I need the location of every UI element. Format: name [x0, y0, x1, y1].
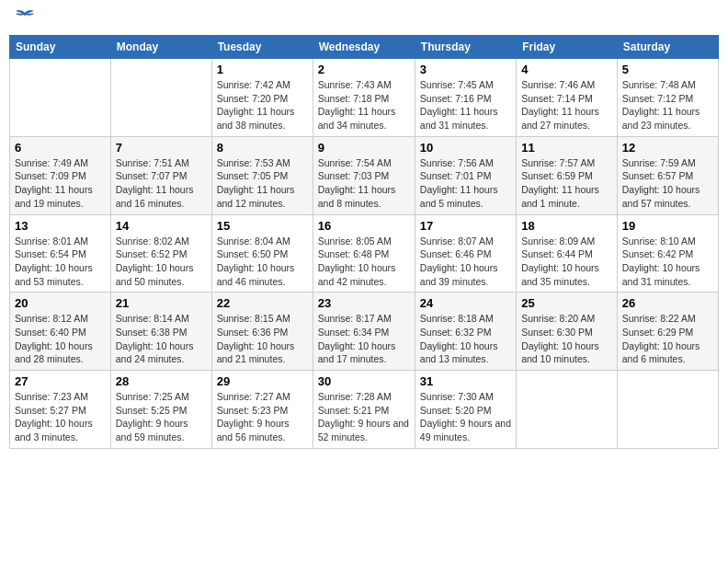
day-info: Sunrise: 7:27 AM Sunset: 5:23 PM Dayligh… [217, 390, 308, 444]
calendar-cell: 18Sunrise: 8:09 AM Sunset: 6:44 PM Dayli… [517, 214, 618, 293]
column-header-friday: Friday [517, 36, 618, 59]
day-number: 27 [15, 374, 106, 388]
page-header [9, 9, 719, 28]
day-number: 12 [622, 141, 713, 155]
calendar-week-5: 27Sunrise: 7:23 AM Sunset: 5:27 PM Dayli… [10, 371, 719, 449]
day-info: Sunrise: 7:53 AM Sunset: 7:05 PM Dayligh… [217, 156, 308, 211]
calendar-cell: 25Sunrise: 8:20 AM Sunset: 6:30 PM Dayli… [517, 293, 618, 371]
calendar-cell: 14Sunrise: 8:02 AM Sunset: 6:52 PM Dayli… [110, 214, 211, 293]
calendar-cell: 28Sunrise: 7:25 AM Sunset: 5:25 PM Dayli… [110, 371, 211, 449]
calendar-cell: 29Sunrise: 7:27 AM Sunset: 5:23 PM Dayli… [211, 371, 313, 449]
day-number: 17 [420, 219, 511, 233]
calendar-cell: 6Sunrise: 7:49 AM Sunset: 7:09 PM Daylig… [10, 136, 111, 214]
column-header-saturday: Saturday [617, 36, 718, 59]
day-number: 4 [521, 63, 612, 76]
calendar-cell: 1Sunrise: 7:42 AM Sunset: 7:20 PM Daylig… [211, 59, 313, 137]
day-number: 8 [217, 141, 308, 155]
logo-bird-icon [15, 9, 35, 28]
column-header-wednesday: Wednesday [313, 36, 415, 59]
calendar-cell: 7Sunrise: 7:51 AM Sunset: 7:07 PM Daylig… [110, 136, 211, 214]
day-info: Sunrise: 7:48 AM Sunset: 7:12 PM Dayligh… [622, 78, 713, 132]
column-header-monday: Monday [110, 36, 211, 59]
day-number: 3 [420, 63, 511, 76]
day-info: Sunrise: 8:10 AM Sunset: 6:42 PM Dayligh… [622, 235, 713, 289]
day-info: Sunrise: 8:07 AM Sunset: 6:46 PM Dayligh… [420, 235, 511, 289]
day-info: Sunrise: 7:42 AM Sunset: 7:20 PM Dayligh… [217, 78, 308, 132]
day-info: Sunrise: 8:12 AM Sunset: 6:40 PM Dayligh… [15, 312, 106, 366]
calendar-cell [617, 371, 718, 449]
day-info: Sunrise: 7:30 AM Sunset: 5:20 PM Dayligh… [420, 390, 511, 444]
calendar-cell [110, 59, 211, 137]
day-number: 14 [116, 219, 207, 233]
day-number: 16 [318, 219, 410, 233]
calendar-table: SundayMondayTuesdayWednesdayThursdayFrid… [9, 35, 719, 449]
calendar-cell: 23Sunrise: 8:17 AM Sunset: 6:34 PM Dayli… [313, 293, 415, 371]
day-info: Sunrise: 7:59 AM Sunset: 6:57 PM Dayligh… [622, 156, 713, 211]
day-info: Sunrise: 7:51 AM Sunset: 7:07 PM Dayligh… [116, 156, 207, 211]
calendar-cell: 27Sunrise: 7:23 AM Sunset: 5:27 PM Dayli… [10, 371, 111, 449]
calendar-cell: 13Sunrise: 8:01 AM Sunset: 6:54 PM Dayli… [10, 214, 111, 293]
day-number: 30 [318, 374, 410, 388]
calendar-cell: 24Sunrise: 8:18 AM Sunset: 6:32 PM Dayli… [415, 293, 516, 371]
day-number: 18 [521, 219, 612, 233]
calendar-cell: 30Sunrise: 7:28 AM Sunset: 5:21 PM Dayli… [313, 371, 415, 449]
day-info: Sunrise: 8:22 AM Sunset: 6:29 PM Dayligh… [622, 312, 713, 366]
day-info: Sunrise: 7:28 AM Sunset: 5:21 PM Dayligh… [318, 390, 410, 444]
day-number: 22 [217, 296, 308, 310]
calendar-cell [517, 371, 618, 449]
day-info: Sunrise: 7:23 AM Sunset: 5:27 PM Dayligh… [15, 390, 106, 444]
day-info: Sunrise: 8:17 AM Sunset: 6:34 PM Dayligh… [318, 312, 410, 366]
day-number: 19 [622, 219, 713, 233]
calendar-cell: 10Sunrise: 7:56 AM Sunset: 7:01 PM Dayli… [415, 136, 516, 214]
calendar-week-3: 13Sunrise: 8:01 AM Sunset: 6:54 PM Dayli… [10, 214, 719, 293]
day-info: Sunrise: 8:18 AM Sunset: 6:32 PM Dayligh… [420, 312, 511, 366]
calendar-cell: 16Sunrise: 8:05 AM Sunset: 6:48 PM Dayli… [313, 214, 415, 293]
day-number: 9 [318, 141, 410, 155]
calendar-week-2: 6Sunrise: 7:49 AM Sunset: 7:09 PM Daylig… [10, 136, 719, 214]
calendar-cell: 19Sunrise: 8:10 AM Sunset: 6:42 PM Dayli… [617, 214, 718, 293]
day-info: Sunrise: 8:20 AM Sunset: 6:30 PM Dayligh… [521, 312, 612, 366]
calendar-cell: 11Sunrise: 7:57 AM Sunset: 6:59 PM Dayli… [517, 136, 618, 214]
day-info: Sunrise: 7:54 AM Sunset: 7:03 PM Dayligh… [318, 156, 410, 211]
column-header-thursday: Thursday [415, 36, 516, 59]
column-header-sunday: Sunday [10, 36, 111, 59]
day-number: 7 [116, 141, 207, 155]
calendar-cell: 8Sunrise: 7:53 AM Sunset: 7:05 PM Daylig… [211, 136, 313, 214]
calendar-cell: 5Sunrise: 7:48 AM Sunset: 7:12 PM Daylig… [617, 59, 718, 137]
day-number: 31 [420, 374, 511, 388]
calendar-week-4: 20Sunrise: 8:12 AM Sunset: 6:40 PM Dayli… [10, 293, 719, 371]
calendar-header-row: SundayMondayTuesdayWednesdayThursdayFrid… [10, 36, 719, 59]
day-info: Sunrise: 7:49 AM Sunset: 7:09 PM Dayligh… [15, 156, 106, 211]
day-info: Sunrise: 7:57 AM Sunset: 6:59 PM Dayligh… [521, 156, 612, 211]
day-number: 20 [15, 296, 106, 310]
day-number: 6 [15, 141, 106, 155]
calendar-cell: 2Sunrise: 7:43 AM Sunset: 7:18 PM Daylig… [313, 59, 415, 137]
day-info: Sunrise: 7:25 AM Sunset: 5:25 PM Dayligh… [116, 390, 207, 444]
day-number: 29 [217, 374, 308, 388]
day-info: Sunrise: 7:56 AM Sunset: 7:01 PM Dayligh… [420, 156, 511, 211]
day-info: Sunrise: 8:02 AM Sunset: 6:52 PM Dayligh… [116, 235, 207, 289]
calendar-cell: 4Sunrise: 7:46 AM Sunset: 7:14 PM Daylig… [517, 59, 618, 137]
day-number: 11 [521, 141, 612, 155]
calendar-cell: 26Sunrise: 8:22 AM Sunset: 6:29 PM Dayli… [617, 293, 718, 371]
day-number: 5 [622, 63, 713, 76]
day-info: Sunrise: 8:14 AM Sunset: 6:38 PM Dayligh… [116, 312, 207, 366]
calendar-cell: 9Sunrise: 7:54 AM Sunset: 7:03 PM Daylig… [313, 136, 415, 214]
calendar-cell: 12Sunrise: 7:59 AM Sunset: 6:57 PM Dayli… [617, 136, 718, 214]
day-info: Sunrise: 8:01 AM Sunset: 6:54 PM Dayligh… [15, 235, 106, 289]
day-number: 2 [318, 63, 410, 76]
day-number: 26 [622, 296, 713, 310]
day-number: 13 [15, 219, 106, 233]
day-number: 1 [217, 63, 308, 76]
day-number: 21 [116, 296, 207, 310]
logo [13, 9, 37, 28]
calendar-cell: 15Sunrise: 8:04 AM Sunset: 6:50 PM Dayli… [211, 214, 313, 293]
day-number: 28 [116, 374, 207, 388]
day-number: 25 [521, 296, 612, 310]
day-number: 15 [217, 219, 308, 233]
day-info: Sunrise: 8:04 AM Sunset: 6:50 PM Dayligh… [217, 235, 308, 289]
day-info: Sunrise: 7:43 AM Sunset: 7:18 PM Dayligh… [318, 78, 410, 132]
day-info: Sunrise: 8:05 AM Sunset: 6:48 PM Dayligh… [318, 235, 410, 289]
calendar-cell: 21Sunrise: 8:14 AM Sunset: 6:38 PM Dayli… [110, 293, 211, 371]
calendar-cell: 22Sunrise: 8:15 AM Sunset: 6:36 PM Dayli… [211, 293, 313, 371]
